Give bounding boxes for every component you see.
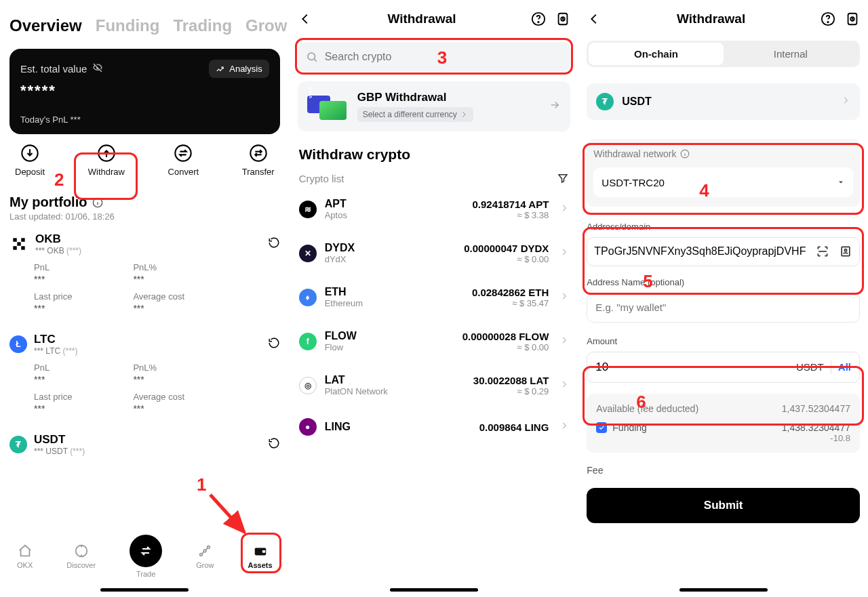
convert-icon bbox=[174, 144, 193, 163]
asset-row-okb[interactable]: OKB *** OKB (***) PnL***Last price*** Pn… bbox=[0, 223, 290, 323]
crypto-row-lat[interactable]: ◎ LATPlatON Network 30.0022088 LAT≈ $ 0.… bbox=[290, 363, 579, 407]
upload-icon bbox=[97, 144, 116, 163]
funding-checkbox[interactable] bbox=[596, 422, 607, 433]
stat-value: *** bbox=[133, 303, 184, 314]
crypto-name: dYdX bbox=[325, 254, 355, 264]
tab-funding[interactable]: Funding bbox=[96, 16, 160, 35]
nav-grow[interactable]: Grow bbox=[196, 543, 214, 569]
refresh-icon[interactable] bbox=[268, 437, 280, 452]
crypto-fiat: ≈ $ 3.38 bbox=[472, 210, 549, 220]
cards-icon: VISA bbox=[307, 93, 348, 120]
network-select[interactable]: USDT-TRC20 bbox=[593, 167, 853, 197]
history-icon[interactable] bbox=[555, 12, 570, 26]
svg-rect-9 bbox=[21, 246, 24, 249]
crypto-name: Flow bbox=[325, 342, 357, 352]
amount-all-button[interactable]: All bbox=[838, 361, 851, 373]
asset-row-ltc[interactable]: Ł LTC *** LTC (***) PnL***Last price*** … bbox=[0, 323, 290, 424]
chevron-right-icon bbox=[559, 335, 569, 348]
name-input[interactable] bbox=[595, 302, 851, 313]
select-currency-button[interactable]: Select a different currency bbox=[357, 107, 473, 122]
seg-internal[interactable]: Internal bbox=[724, 43, 858, 65]
back-icon[interactable] bbox=[587, 12, 601, 26]
stat-value: *** bbox=[34, 374, 72, 385]
deposit-button[interactable]: Deposit bbox=[15, 144, 45, 177]
search-icon bbox=[306, 51, 318, 63]
crypto-row-dydx[interactable]: ✕ DYDXdYdX 0.00000047 DYDX≈ $ 0.00 bbox=[290, 231, 579, 275]
filter-icon[interactable] bbox=[557, 172, 569, 184]
amount-label: Amount bbox=[587, 336, 860, 346]
home-indicator bbox=[100, 588, 189, 592]
help-icon[interactable] bbox=[821, 12, 835, 26]
asset-row-usdt[interactable]: ₮ USDT *** USDT (***) bbox=[0, 424, 290, 456]
asset-symbol: OKB bbox=[35, 232, 81, 246]
stat-label: PnL bbox=[34, 363, 72, 373]
crypto-row-eth[interactable]: ♦ ETHEthereum 0.02842862 ETH≈ $ 35.47 bbox=[290, 275, 579, 319]
submit-button[interactable]: Submit bbox=[587, 488, 860, 523]
nav-label: OKX bbox=[17, 561, 33, 569]
transfer-button[interactable]: Transfer bbox=[242, 144, 275, 177]
fiat-title: GBP Withdrawal bbox=[357, 91, 473, 104]
history-icon[interactable] bbox=[845, 12, 860, 26]
crypto-amount: 0.02842862 ETH bbox=[472, 287, 549, 298]
stat-value: *** bbox=[34, 303, 72, 314]
asset-sub1: *** OKB bbox=[35, 246, 64, 255]
home-indicator bbox=[679, 588, 768, 592]
quick-actions: Deposit Withdraw Convert Transfer bbox=[0, 134, 290, 182]
amount-input[interactable]: 10 USDT All bbox=[587, 352, 860, 383]
analysis-button[interactable]: Analysis bbox=[209, 60, 269, 78]
address-input[interactable]: TPoGrJ5NVNFXny3Sqh8EJiQoyprapjDVHF bbox=[587, 237, 860, 266]
asset-sub2: (***) bbox=[62, 346, 77, 356]
chevron-right-icon bbox=[559, 203, 569, 215]
nav-assets[interactable]: Assets bbox=[248, 543, 273, 569]
transfer-label: Transfer bbox=[242, 167, 275, 177]
crypto-row-apt[interactable]: ≋ APTAptos 0.92418714 APT≈ $ 3.38 bbox=[290, 187, 579, 231]
nav-okx[interactable]: OKX bbox=[17, 543, 33, 569]
eye-off-icon[interactable] bbox=[92, 62, 103, 75]
ltc-icon: Ł bbox=[9, 335, 27, 353]
convert-label: Convert bbox=[168, 167, 199, 177]
tab-grow[interactable]: Grow bbox=[245, 16, 287, 35]
info-icon[interactable] bbox=[92, 197, 103, 208]
available-value: 1,437.52304477 bbox=[782, 403, 850, 414]
search-field[interactable] bbox=[325, 51, 563, 63]
available-block: Available (fee deducted) 1,437.52304477 … bbox=[587, 394, 860, 453]
help-icon[interactable] bbox=[531, 12, 546, 26]
refresh-icon[interactable] bbox=[268, 236, 280, 251]
header: Withdrawal bbox=[290, 0, 579, 38]
tab-trading[interactable]: Trading bbox=[173, 16, 232, 35]
submit-label: Submit bbox=[704, 499, 743, 512]
crypto-row-flow[interactable]: f FLOWFlow 0.00000028 FLOW≈ $ 0.00 bbox=[290, 319, 579, 363]
crypto-symbol: DYDX bbox=[325, 242, 355, 254]
portfolio-header: My portfolio Last updated: 01/06, 18:26 bbox=[0, 182, 290, 223]
withdraw-button[interactable]: Withdraw bbox=[88, 144, 125, 177]
tab-overview[interactable]: Overview bbox=[9, 16, 82, 35]
crypto-symbol: FLOW bbox=[325, 330, 357, 342]
crypto-row-ling[interactable]: ● LING 0.009864 LING bbox=[290, 407, 579, 447]
nav-discover[interactable]: Discover bbox=[66, 543, 96, 569]
nav-trade[interactable]: Trade bbox=[130, 535, 162, 578]
coin-selector[interactable]: ₮ USDT bbox=[587, 83, 860, 120]
back-icon[interactable] bbox=[298, 12, 313, 26]
nav-label: Discover bbox=[66, 561, 96, 569]
scan-icon[interactable] bbox=[816, 245, 829, 258]
home-icon bbox=[18, 543, 33, 558]
coin-symbol: USDT bbox=[622, 96, 652, 108]
search-input[interactable] bbox=[298, 42, 571, 72]
address-book-icon[interactable] bbox=[839, 245, 852, 258]
seg-onchain[interactable]: On-chain bbox=[589, 43, 723, 65]
refresh-icon[interactable] bbox=[268, 337, 280, 352]
name-input-wrap[interactable] bbox=[587, 293, 860, 323]
convert-button[interactable]: Convert bbox=[168, 144, 199, 177]
stat-label: PnL bbox=[34, 262, 72, 272]
svg-point-28 bbox=[844, 249, 846, 251]
info-icon[interactable] bbox=[680, 149, 690, 159]
home-indicator bbox=[390, 588, 478, 592]
top-tabs: Overview Funding Trading Grow bbox=[0, 0, 290, 42]
svg-point-12 bbox=[203, 550, 206, 552]
amount-symbol: USDT bbox=[796, 361, 824, 373]
stat-label: PnL% bbox=[133, 363, 184, 373]
fiat-withdraw-card[interactable]: VISA GBP Withdrawal Select a different c… bbox=[298, 81, 571, 131]
svg-rect-8 bbox=[13, 246, 16, 249]
segmented-control: On-chain Internal bbox=[587, 41, 860, 67]
crypto-fiat: ≈ $ 0.00 bbox=[464, 254, 549, 264]
